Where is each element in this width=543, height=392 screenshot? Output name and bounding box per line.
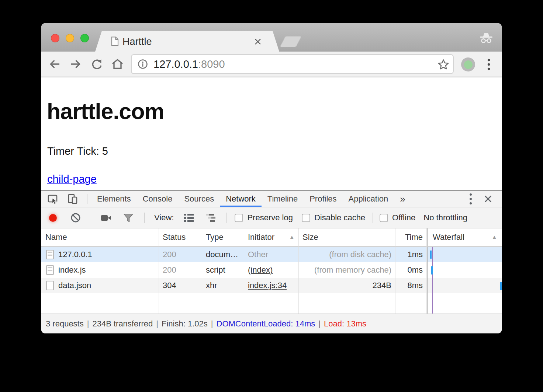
url-host: 127.0.0.1 [153,58,198,70]
devtools-tab-network[interactable]: Network [220,191,262,207]
disable-cache-checkbox[interactable] [302,214,310,222]
devtools-tab-sources[interactable]: Sources [178,191,220,207]
sort-asc-icon: ▲ [289,234,295,241]
request-size[interactable]: (from disk cache) [299,247,395,262]
initiator-link[interactable]: (index) [248,265,273,275]
browser-menu-icon[interactable] [486,57,491,72]
request-size[interactable]: 234B [299,278,395,293]
column-header-waterfall[interactable]: Waterfall ▲ [427,228,502,247]
record-network-log-icon[interactable] [49,214,57,222]
divider [458,194,458,204]
devtools-tab-overflow-icon[interactable]: » [394,191,411,207]
extension-badge [464,60,473,69]
browser-tab[interactable]: Harttle [95,31,279,52]
finish-time: Finish: 1.02s [162,319,208,329]
back-button[interactable] [48,57,61,71]
devtools-close-icon[interactable] [483,194,493,204]
devtools-tab-console[interactable]: Console [137,191,179,207]
device-toolbar-icon[interactable] [67,193,78,205]
child-page-link[interactable]: child-page [47,173,97,185]
reload-button[interactable] [90,57,104,71]
column-header-size[interactable]: Size [299,228,395,247]
view-label: View: [154,213,174,223]
offline-checkbox[interactable] [380,214,388,222]
throttling-select[interactable]: No throttling [423,213,467,223]
request-status[interactable]: 200 [159,262,202,278]
waterfall-bar [430,251,432,259]
url-text[interactable]: 127.0.0.1:8090 [153,58,225,70]
waterfall-bar [431,266,433,274]
forward-button[interactable] [69,57,82,71]
devtools-tab-elements[interactable]: Elements [91,191,137,207]
json-file-icon [46,281,54,290]
column-header-time[interactable]: Time [395,228,427,247]
devtools-tab-profiles[interactable]: Profiles [304,191,342,207]
page-info-icon[interactable] [136,58,149,70]
preserve-log-label: Preserve log [247,213,293,223]
column-header-type[interactable]: Type [202,228,244,247]
tab-close-icon[interactable] [253,37,262,46]
request-type[interactable]: xhr [202,278,244,293]
request-initiator[interactable]: Other [244,247,299,262]
separator: | [211,319,213,329]
request-name: index.js [58,265,86,275]
empty-cell [395,293,427,314]
url-port: :8090 [198,58,225,70]
column-header-status[interactable]: Status [159,228,202,247]
screenshot-capture-icon[interactable] [100,212,112,224]
devtools-menu-icon[interactable] [468,193,473,205]
request-time[interactable]: 8ms [395,278,427,293]
disable-cache-label: Disable cache [314,213,365,223]
page-title: harttle.com [47,98,164,124]
request-time[interactable]: 0ms [395,262,427,278]
titlebar: Harttle [41,23,502,52]
table-row-name[interactable]: 127.0.0.1 [41,247,159,262]
empty-cell [299,293,395,314]
minimize-window-button[interactable] [66,34,74,42]
home-button[interactable] [111,57,124,71]
sort-asc-icon: ▲ [491,234,497,241]
preserve-log-checkbox[interactable] [235,214,243,222]
column-header-name[interactable]: Name [41,228,159,247]
domcontentloaded-time: DOMContentLoaded: 14ms [217,319,315,329]
request-time[interactable]: 1ms [395,247,427,262]
devtools-tab-timeline[interactable]: Timeline [262,191,304,207]
separator: | [87,319,89,329]
request-status[interactable]: 304 [159,278,202,293]
table-row-name[interactable]: index.js [41,262,159,278]
request-name: 127.0.0.1 [58,250,92,259]
new-tab-button[interactable] [280,36,301,47]
inspect-element-icon[interactable] [47,193,58,204]
column-header-initiator[interactable]: Initiator ▲ [244,228,299,247]
clear-network-log-icon[interactable] [70,212,81,223]
initiator-link[interactable]: index.js:34 [248,281,287,290]
request-waterfall-cell[interactable] [427,247,502,262]
devtools-tab-application[interactable]: Application [343,191,394,207]
close-window-button[interactable] [51,34,59,42]
request-initiator[interactable]: (index) [244,262,299,278]
request-size[interactable]: (from memory cache) [299,262,395,278]
filter-icon[interactable] [122,212,135,224]
load-time: Load: 13ms [324,319,366,329]
request-name: data.json [58,281,91,290]
request-type[interactable]: docum… [202,247,244,262]
network-request-table: Name Status Type Initiator ▲ Size Time W… [41,228,502,314]
view-list-icon[interactable] [183,212,195,223]
waterfall-bar [500,282,502,290]
address-bar[interactable]: 127.0.0.1:8090 [131,54,454,74]
extension-icon[interactable] [461,57,475,71]
request-status[interactable]: 200 [159,247,202,262]
bookmark-star-icon[interactable] [437,58,450,71]
nav-toolbar: 127.0.0.1:8090 [41,52,502,77]
request-waterfall-cell[interactable] [427,262,502,278]
divider [226,213,226,223]
view-timeline-icon[interactable] [205,212,217,223]
transferred-size: 234B transferred [92,319,153,329]
zoom-window-button[interactable] [80,34,89,42]
request-waterfall-cell[interactable] [427,278,502,293]
table-row-name[interactable]: data.json [41,278,159,293]
timer-text: Timer Tick: 5 [47,145,108,157]
waterfall-header-label: Waterfall [433,232,464,242]
request-type[interactable]: script [202,262,244,278]
request-initiator[interactable]: index.js:34 [244,278,299,293]
